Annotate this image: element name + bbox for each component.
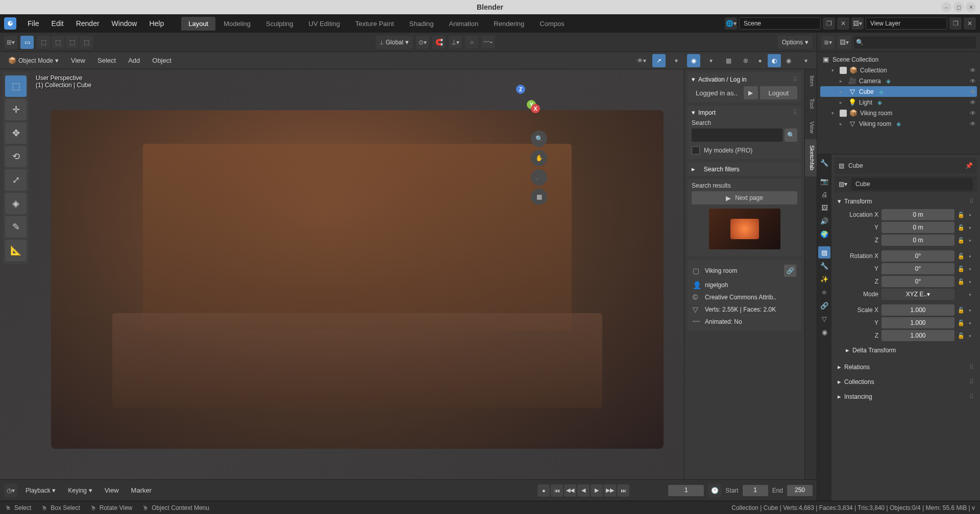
tab-uv[interactable]: UV Editing — [302, 17, 347, 31]
lock-icon[interactable]: 🔓 — [958, 307, 966, 314]
visibility-icon[interactable]: 👁 — [970, 78, 976, 85]
lock-icon[interactable]: 🔓 — [958, 332, 966, 339]
overlay-toggle-icon[interactable]: ◉ — [687, 54, 700, 67]
tool-measure[interactable]: 📐 — [5, 240, 27, 261]
play-button[interactable]: ▶ — [744, 86, 758, 99]
tree-row[interactable]: ▾📦Collection👁 — [820, 65, 977, 75]
editor-type-icon[interactable]: ⊞▾ — [4, 36, 17, 49]
nav-gizmo[interactable]: Z Y X — [500, 85, 541, 125]
search-input[interactable] — [692, 128, 782, 142]
loc-x-input[interactable]: 0 m — [881, 209, 954, 220]
tl-view[interactable]: View — [101, 484, 123, 496]
tool-annotate[interactable]: ✎ — [5, 216, 27, 238]
object-name-input[interactable] — [851, 178, 973, 190]
end-frame-input[interactable]: 250 — [787, 485, 813, 496]
timecode-icon[interactable]: 🕐 — [708, 484, 721, 497]
relations-header[interactable]: ▸ Relations⠿ — [835, 361, 977, 373]
tool-rotate[interactable]: ⟲ — [5, 146, 27, 167]
proptab-tool[interactable]: 🔧 — [818, 157, 830, 169]
n-tab-tool[interactable]: Tool — [805, 92, 817, 115]
tab-compositing[interactable]: Compos — [532, 17, 571, 31]
perspective-icon[interactable]: ▦ — [531, 189, 547, 205]
blender-logo-icon[interactable] — [4, 17, 16, 30]
tool-transform[interactable]: ◈ — [5, 193, 27, 214]
tree-row[interactable]: ▸💡Light◈👁 — [820, 97, 977, 108]
link-icon[interactable]: 🔗 — [784, 265, 796, 277]
scene-browse-icon[interactable]: 🌐▾ — [725, 17, 737, 30]
proptab-object[interactable]: ▨ — [818, 246, 830, 259]
shading-rendered-icon[interactable]: ◉ — [782, 54, 795, 67]
shading-wireframe-icon[interactable]: ⊕ — [739, 54, 752, 67]
overlay-mode-icon[interactable]: ▾ — [704, 54, 718, 67]
menu-render[interactable]: Render — [71, 17, 105, 30]
tab-shading[interactable]: Shading — [402, 17, 441, 31]
gizmo-mode-icon[interactable]: ▾ — [670, 54, 683, 67]
vp-menu-add[interactable]: Add — [124, 54, 144, 67]
visibility-icon[interactable]: 👁 — [970, 110, 976, 117]
tool-scale[interactable]: ⤢ — [5, 169, 27, 191]
delete-viewlayer-icon[interactable]: ✕ — [964, 17, 976, 30]
tl-playback[interactable]: Playback ▾ — [21, 484, 60, 496]
filters-header[interactable]: ▸ Search filters — [692, 165, 797, 173]
tab-layout[interactable]: Layout — [181, 17, 215, 31]
tree-row[interactable]: ▸▽Viking room◈👁 — [820, 118, 977, 129]
activation-header[interactable]: ▾ Activation / Log in⠿ — [692, 75, 797, 83]
tab-texture[interactable]: Texture Paint — [348, 17, 401, 31]
proportional-icon[interactable]: ○ — [465, 36, 478, 49]
transform-header[interactable]: ▾ Transform⠿ — [835, 195, 977, 207]
tool-move[interactable]: ✥ — [5, 122, 27, 144]
vp-menu-object[interactable]: Object — [148, 54, 176, 67]
scale-z-input[interactable]: 1.000 — [881, 330, 954, 341]
lock-icon[interactable]: 🔓 — [958, 320, 966, 326]
visibility-icon[interactable]: 👁 — [970, 67, 976, 74]
select-subtract-icon[interactable]: ⬚ — [65, 36, 79, 49]
lock-icon[interactable]: 🔓 — [958, 278, 966, 285]
viewlayer-name-input[interactable] — [866, 17, 947, 30]
collections-header[interactable]: ▸ Collections⠿ — [835, 376, 977, 388]
xray-icon[interactable]: ▦ — [722, 54, 735, 67]
select-tweak-icon[interactable]: ▭ — [20, 36, 34, 49]
tab-sculpting[interactable]: Sculpting — [259, 17, 300, 31]
gizmo-x-axis[interactable]: X — [531, 104, 540, 113]
outliner-display-icon[interactable]: 🖼▾ — [838, 36, 851, 49]
proptab-data[interactable]: ▽ — [818, 313, 830, 325]
tab-rendering[interactable]: Rendering — [486, 17, 531, 31]
scale-y-input[interactable]: 1.000 — [881, 317, 954, 328]
snap-icon[interactable]: 🧲 — [432, 36, 446, 49]
tab-animation[interactable]: Animation — [442, 17, 486, 31]
rot-y-input[interactable]: 0° — [881, 263, 954, 274]
orientation-dropdown[interactable]: ⟂Global ▾ — [376, 36, 413, 49]
delta-header[interactable]: ▸ Delta Transform — [838, 344, 974, 356]
viewport-3d[interactable]: User Perspective (1) Collection | Cube Z… — [0, 69, 684, 479]
tree-row[interactable]: ▸▽Cube◈👁 — [820, 86, 977, 97]
new-scene-icon[interactable]: ❐ — [823, 17, 835, 30]
tool-select-box[interactable]: ⬚ — [5, 75, 27, 97]
zoom-icon[interactable]: 🔍 — [531, 131, 547, 147]
shading-material-icon[interactable]: ◐ — [768, 54, 781, 67]
rot-z-input[interactable]: 0° — [881, 276, 954, 287]
gizmo-z-axis[interactable]: Z — [516, 85, 525, 94]
prev-key-icon[interactable]: ◀◀ — [564, 484, 576, 497]
proportional-mode-icon[interactable]: 〰▾ — [481, 36, 495, 49]
mode-selector[interactable]: 📦 Object Mode ▾ — [4, 54, 63, 67]
select-extend-icon[interactable]: ⬚ — [51, 36, 64, 49]
minimize-icon[interactable]: – — [941, 2, 951, 12]
scene-name-input[interactable] — [739, 17, 821, 30]
datablock-icon[interactable]: ▨▾ — [839, 181, 847, 188]
gizmo-toggle-icon[interactable]: ↗ — [652, 54, 666, 67]
proptab-physics[interactable]: ⚛ — [818, 286, 830, 298]
result-thumbnail[interactable] — [709, 209, 780, 249]
tree-row[interactable]: ▾📦Viking room👁 — [820, 108, 977, 118]
rotation-mode-dropdown[interactable]: XYZ E..▾ — [881, 289, 954, 300]
vp-menu-select[interactable]: Select — [93, 54, 120, 67]
visibility-icon[interactable]: 👁 — [970, 88, 976, 95]
tab-modeling[interactable]: Modeling — [216, 17, 258, 31]
proptab-modifier[interactable]: 🔧 — [818, 260, 830, 272]
logout-button[interactable]: Logout — [760, 86, 797, 99]
loc-y-input[interactable]: 0 m — [881, 222, 954, 233]
n-tab-view[interactable]: View — [805, 115, 817, 140]
lock-icon[interactable]: 🔓 — [958, 224, 966, 231]
select-intersect-icon[interactable]: ⬚ — [80, 36, 93, 49]
lock-icon[interactable]: 🔓 — [958, 212, 966, 218]
current-frame-input[interactable]: 1 — [668, 485, 704, 496]
